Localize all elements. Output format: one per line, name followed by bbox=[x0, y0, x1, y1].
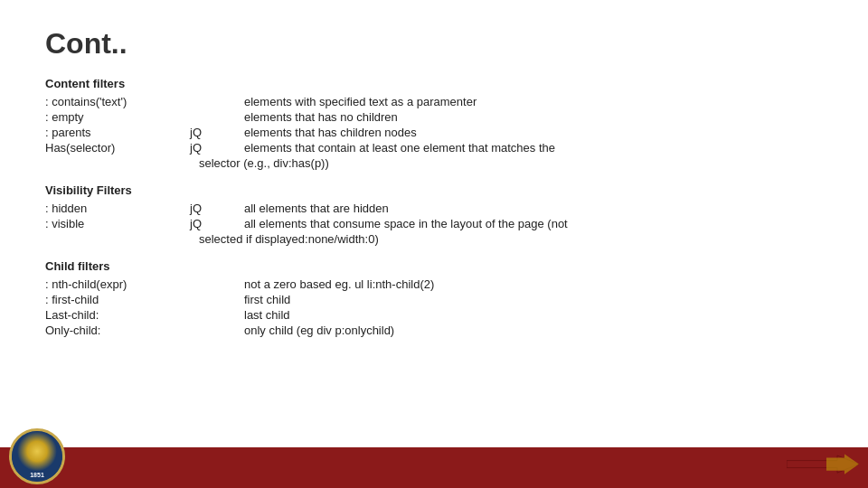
desc-cell: elements that has children nodes bbox=[244, 125, 559, 140]
jq-cell bbox=[190, 109, 244, 125]
selector-cell: : empty bbox=[45, 109, 190, 125]
table-row: : nth-child(expr) not a zero based eg. u… bbox=[45, 277, 438, 292]
jq-cell bbox=[190, 277, 244, 292]
jq-cell: jQ bbox=[190, 140, 244, 155]
table-row: Only-child: only child (eg div p:onlychi… bbox=[45, 323, 438, 338]
child-filters-table: : nth-child(expr) not a zero based eg. u… bbox=[45, 277, 438, 338]
jq-cell bbox=[190, 292, 244, 307]
table-row: Has(selector) jQ elements that contain a… bbox=[45, 140, 559, 155]
logo-inner: 1851 bbox=[12, 431, 62, 482]
table-row: : contains('text') elements with specifi… bbox=[45, 94, 559, 109]
arrow-icon bbox=[787, 451, 859, 478]
jq-cell bbox=[190, 323, 244, 338]
table-row: : hidden jQ all elements that are hidden bbox=[45, 201, 571, 216]
table-row: : empty elements that has no children bbox=[45, 109, 559, 125]
section-child-filters: Child filters bbox=[45, 259, 823, 273]
jq-cell bbox=[190, 94, 244, 109]
selector-cell: : parents bbox=[45, 125, 190, 140]
selector-cell: : contains('text') bbox=[45, 94, 190, 109]
section-content-filters: Content filters bbox=[45, 77, 823, 90]
jq-cell: jQ bbox=[190, 125, 244, 140]
visibility-filters-table: : hidden jQ all elements that are hidden… bbox=[45, 201, 571, 247]
table-row: : first-child first child bbox=[45, 292, 438, 307]
desc-cell: only child (eg div p:onlychild) bbox=[244, 323, 438, 338]
selector-cell: Last-child: bbox=[45, 307, 190, 323]
indent-cell: selected if displayed:none/width:0) bbox=[45, 231, 571, 247]
desc-cell: all elements that consume space in the l… bbox=[244, 216, 571, 231]
table-row-indent: selected if displayed:none/width:0) bbox=[45, 231, 571, 247]
selector-cell: Only-child: bbox=[45, 323, 190, 338]
navigation-arrow[interactable] bbox=[787, 451, 859, 481]
desc-cell: elements that contain at least one eleme… bbox=[244, 140, 559, 155]
desc-cell: last child bbox=[244, 307, 438, 323]
table-row: : visible jQ all elements that consume s… bbox=[45, 216, 571, 231]
table-row-indent: selector (e.g., div:has(p)) bbox=[45, 155, 559, 171]
jq-cell bbox=[190, 307, 244, 323]
bottom-bar: 1851 bbox=[0, 450, 868, 488]
desc-cell: not a zero based eg. ul li:nth-child(2) bbox=[244, 277, 438, 292]
svg-marker-1 bbox=[826, 454, 859, 474]
slide-container: Cont.. Content filters : contains('text'… bbox=[0, 0, 868, 488]
content-filters-table: : contains('text') elements with specifi… bbox=[45, 94, 559, 171]
section-visibility-filters: Visibility Filters bbox=[45, 183, 823, 197]
selector-cell: : first-child bbox=[45, 292, 190, 307]
selector-cell: : nth-child(expr) bbox=[45, 277, 190, 292]
desc-cell: elements with specified text as a parame… bbox=[244, 94, 559, 109]
jq-cell: jQ bbox=[190, 201, 244, 216]
slide-title: Cont.. bbox=[45, 27, 823, 61]
indent-cell: selector (e.g., div:has(p)) bbox=[45, 155, 559, 171]
logo-year: 1851 bbox=[30, 472, 44, 478]
desc-cell: all elements that are hidden bbox=[244, 201, 571, 216]
jq-cell: jQ bbox=[190, 216, 244, 231]
table-row: Last-child: last child bbox=[45, 307, 438, 323]
desc-cell: elements that has no children bbox=[244, 109, 559, 125]
selector-cell: : hidden bbox=[45, 201, 190, 216]
selector-cell: : visible bbox=[45, 216, 190, 231]
desc-cell: first child bbox=[244, 292, 438, 307]
university-logo: 1851 bbox=[9, 428, 65, 484]
selector-cell: Has(selector) bbox=[45, 140, 190, 155]
table-row: : parents jQ elements that has children … bbox=[45, 125, 559, 140]
